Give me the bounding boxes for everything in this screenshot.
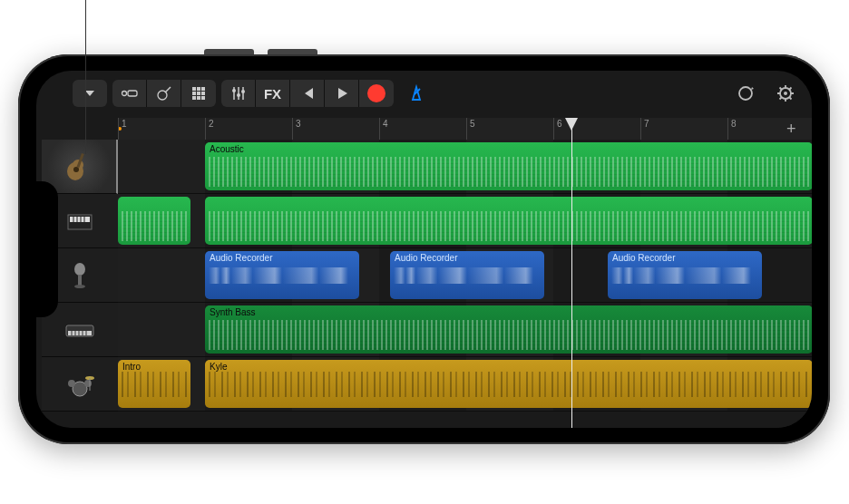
region-label: Audio Recorder — [210, 253, 272, 263]
piano-icon — [61, 202, 99, 240]
region[interactable]: Kyle — [205, 360, 812, 408]
region-label: Audio Recorder — [612, 253, 675, 263]
record-icon — [367, 84, 385, 102]
region[interactable]: Acoustic — [205, 142, 812, 190]
region[interactable]: Audio Recorder — [205, 251, 359, 299]
app-screen: FX — [36, 71, 812, 428]
add-section-button[interactable]: + — [786, 120, 805, 138]
region-label: Synth Bass — [210, 307, 256, 317]
waveform — [122, 372, 187, 397]
svg-point-20 — [739, 87, 752, 100]
guitar-icon — [60, 148, 98, 186]
track-row-voice[interactable]: Audio RecorderAudio RecorderAudio Record… — [118, 248, 812, 303]
tracks-view-button[interactable] — [181, 80, 216, 107]
ruler-tick: 4 — [379, 118, 388, 140]
region[interactable]: Intro — [118, 360, 190, 408]
toolbar: FX — [73, 78, 803, 109]
tracks-area[interactable]: AcousticAudio RecorderAudio RecorderAudi… — [118, 140, 812, 428]
track-header-drums[interactable] — [42, 357, 118, 412]
midi-notes — [209, 157, 809, 187]
guitar-icon — [62, 150, 96, 184]
waveform — [209, 372, 809, 397]
svg-point-22 — [784, 92, 787, 95]
microphone-icon — [63, 258, 97, 293]
track-row-synth[interactable]: Synth Bass — [118, 303, 812, 357]
browser-icon — [121, 87, 139, 100]
microphone-icon — [61, 257, 99, 295]
loop-icon — [737, 84, 755, 102]
playhead[interactable] — [571, 118, 572, 428]
play-icon — [335, 86, 349, 101]
ruler-tick: 8 — [727, 118, 737, 140]
instrument-button[interactable] — [147, 80, 181, 107]
browser-button[interactable] — [112, 80, 147, 107]
svg-rect-8 — [197, 92, 200, 95]
keyboard-icon — [63, 313, 97, 347]
track-row-piano[interactable] — [118, 194, 812, 248]
ruler-tick: 7 — [640, 118, 649, 140]
svg-rect-9 — [201, 92, 205, 95]
guitar-toolbar-icon — [156, 85, 172, 102]
track-row-drums[interactable]: IntroKyle — [118, 357, 812, 412]
svg-rect-11 — [197, 96, 200, 100]
ruler-tick: 2 — [205, 118, 214, 140]
ruler-tick: 3 — [292, 118, 301, 140]
svg-rect-28 — [70, 217, 90, 222]
region[interactable] — [118, 197, 190, 245]
view-mode-group — [112, 80, 216, 107]
timeline-ruler[interactable]: 12345678 — [118, 118, 812, 140]
svg-point-16 — [237, 93, 240, 97]
metronome-button[interactable] — [399, 80, 434, 107]
region-label: Acoustic — [210, 144, 244, 154]
record-button[interactable] — [359, 80, 394, 107]
rewind-icon — [300, 86, 315, 101]
loop-browser-button[interactable] — [728, 80, 763, 107]
device-notch — [36, 181, 58, 317]
svg-rect-34 — [78, 275, 82, 286]
svg-point-14 — [232, 89, 236, 92]
track-controls-button[interactable] — [221, 80, 256, 107]
ruler-tick: 5 — [466, 118, 475, 140]
svg-rect-5 — [197, 87, 200, 91]
region[interactable]: Synth Bass — [205, 305, 812, 354]
ruler-tick: 1 — [118, 118, 127, 140]
svg-rect-7 — [192, 92, 196, 95]
svg-point-44 — [68, 380, 75, 387]
midi-notes — [209, 320, 809, 350]
svg-point-18 — [241, 90, 245, 93]
gear-icon — [776, 84, 795, 102]
metronome-icon — [407, 84, 425, 102]
svg-point-0 — [122, 92, 126, 96]
waveform — [611, 267, 758, 284]
region-label: Kyle — [210, 362, 227, 372]
svg-rect-10 — [192, 96, 196, 100]
my-songs-button[interactable] — [73, 80, 107, 107]
controls-group: FX — [221, 80, 394, 107]
midi-notes — [209, 211, 809, 241]
waveform — [394, 267, 541, 284]
region[interactable]: Audio Recorder — [390, 251, 544, 299]
sliders-icon — [230, 85, 247, 102]
svg-rect-4 — [192, 87, 196, 91]
region[interactable] — [205, 197, 812, 245]
settings-button[interactable] — [768, 80, 803, 107]
svg-point-25 — [73, 167, 79, 172]
svg-point-35 — [74, 285, 85, 288]
drumkit-icon — [61, 365, 99, 403]
waveform — [209, 267, 356, 284]
device-frame: FX — [18, 54, 830, 444]
fx-button[interactable]: FX — [256, 80, 290, 107]
svg-rect-12 — [201, 96, 205, 100]
svg-line-3 — [165, 87, 171, 92]
annotation-callout-line — [85, 0, 86, 154]
go-to-beginning-button[interactable] — [290, 80, 325, 107]
svg-point-45 — [84, 380, 92, 387]
track-row-acoustic[interactable]: Acoustic — [118, 140, 812, 194]
svg-rect-1 — [128, 91, 137, 96]
midi-notes — [122, 211, 187, 241]
play-button[interactable] — [325, 80, 359, 107]
ruler-tick: 6 — [553, 118, 562, 140]
svg-point-33 — [74, 263, 85, 276]
region[interactable]: Audio Recorder — [608, 251, 762, 299]
keyboard-icon — [61, 311, 99, 349]
